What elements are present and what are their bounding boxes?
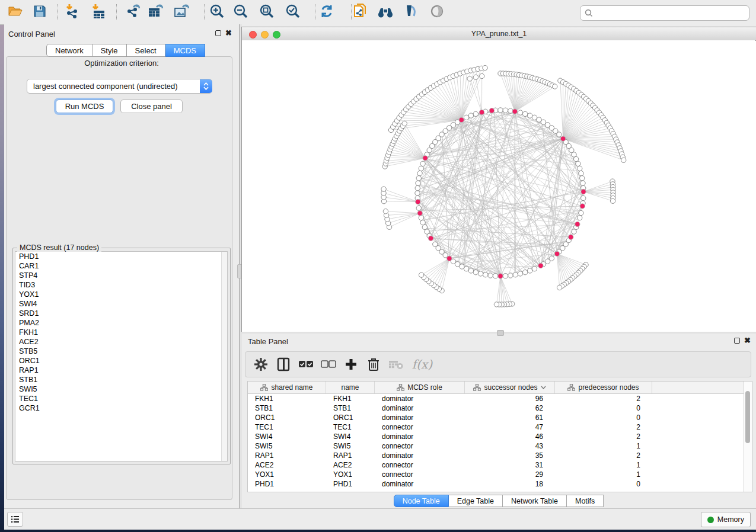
graph-node[interactable] xyxy=(419,215,423,220)
graph-node[interactable] xyxy=(576,161,580,166)
split-pane-icon[interactable] xyxy=(274,354,293,374)
mcds-result-item[interactable]: RAP1 xyxy=(15,366,227,375)
task-history-button[interactable] xyxy=(7,512,23,527)
mcds-graph-node[interactable] xyxy=(417,211,422,216)
mcds-graph-node[interactable] xyxy=(447,256,452,261)
graph-leaf-node[interactable] xyxy=(467,76,472,81)
settings-gear-icon[interactable] xyxy=(251,354,270,374)
mcds-result-item[interactable]: SRD1 xyxy=(15,309,227,318)
mcds-result-item[interactable]: SWI4 xyxy=(15,299,227,309)
network-graph[interactable] xyxy=(242,40,755,331)
graph-node[interactable] xyxy=(473,111,478,116)
graph-node[interactable] xyxy=(532,266,537,271)
mcds-graph-node[interactable] xyxy=(428,236,433,241)
mcds-graph-node[interactable] xyxy=(479,110,484,114)
zoom-in-button[interactable] xyxy=(206,2,228,22)
zoom-fit-button[interactable] xyxy=(256,2,277,22)
mcds-graph-node[interactable] xyxy=(423,156,428,161)
graph-node[interactable] xyxy=(417,171,422,175)
close-panel-icon[interactable]: ✖ xyxy=(225,30,232,36)
eye-button[interactable] xyxy=(426,2,448,22)
column-header-name[interactable]: name xyxy=(326,382,375,393)
table-row[interactable]: FKH1FKH1dominator962 xyxy=(248,394,744,403)
table-row[interactable]: SWI5SWI5connector431 xyxy=(248,441,744,451)
mcds-graph-node[interactable] xyxy=(569,235,573,239)
graph-node[interactable] xyxy=(420,220,425,225)
graph-node[interactable] xyxy=(468,268,473,273)
graph-node[interactable] xyxy=(518,271,522,276)
graph-node[interactable] xyxy=(573,156,578,161)
paintbrush-button[interactable] xyxy=(400,2,422,22)
mcds-graph-node[interactable] xyxy=(489,108,494,113)
graph-node[interactable] xyxy=(416,206,421,210)
control-panel-tab[interactable]: MCDS xyxy=(165,44,205,57)
mcds-graph-node[interactable] xyxy=(512,109,517,114)
graph-node[interactable] xyxy=(425,229,429,234)
graph-node[interactable] xyxy=(498,108,503,113)
graph-node[interactable] xyxy=(420,161,425,166)
refresh-button[interactable] xyxy=(316,2,337,22)
column-header-predecessor-nodes[interactable]: predecessor nodes xyxy=(555,382,652,393)
graph-leaf-node[interactable] xyxy=(419,273,423,277)
table-panel-tab[interactable]: Network Table xyxy=(503,495,567,507)
export-image-button[interactable] xyxy=(171,2,192,22)
graph-node[interactable] xyxy=(488,273,493,278)
mcds-result-item[interactable]: SWI5 xyxy=(15,384,227,394)
function-builder-icon[interactable]: f(x) xyxy=(409,354,435,374)
mcds-result-item[interactable]: ACE2 xyxy=(15,337,227,347)
graph-node[interactable] xyxy=(415,185,420,190)
delete-table-icon[interactable] xyxy=(387,354,406,374)
mcds-graph-node[interactable] xyxy=(416,199,420,204)
import-network-button[interactable] xyxy=(62,2,83,22)
graph-leaf-node[interactable] xyxy=(494,302,499,307)
graph-node[interactable] xyxy=(478,271,483,276)
graph-node[interactable] xyxy=(572,229,576,234)
graph-node[interactable] xyxy=(483,273,488,277)
control-panel-tab[interactable]: Select xyxy=(127,44,165,57)
graph-node[interactable] xyxy=(577,215,582,220)
mcds-result-item[interactable]: GCR1 xyxy=(15,403,227,413)
mcds-result-item[interactable]: TID3 xyxy=(15,280,227,290)
graph-node[interactable] xyxy=(473,270,478,274)
graph-leaf-node[interactable] xyxy=(557,285,562,290)
graph-node[interactable] xyxy=(579,171,583,175)
mcds-result-item[interactable]: TEC1 xyxy=(15,394,227,403)
graph-leaf-node[interactable] xyxy=(381,187,386,191)
table-row[interactable]: STB1STB1dominator620 xyxy=(248,403,744,413)
scrollbar-thumb[interactable] xyxy=(745,391,750,443)
graph-leaf-node[interactable] xyxy=(402,121,407,126)
mcds-result-item[interactable]: FKH1 xyxy=(15,328,227,337)
graph-node[interactable] xyxy=(577,166,582,171)
graph-node[interactable] xyxy=(580,181,585,185)
table-panel-tab[interactable]: Motifs xyxy=(567,495,604,507)
criterion-dropdown[interactable]: largest connected component (undirected) xyxy=(27,79,212,94)
mcds-graph-node[interactable] xyxy=(580,204,585,209)
table-scrollbar[interactable] xyxy=(744,382,752,492)
binoculars-button[interactable] xyxy=(375,2,396,22)
graph-leaf-node[interactable] xyxy=(610,198,615,203)
table-row[interactable]: ACE2ACE2connector311 xyxy=(248,460,744,470)
graph-node[interactable] xyxy=(557,132,562,137)
deselect-all-columns-icon[interactable] xyxy=(319,354,338,374)
table-panel-tab[interactable]: Node Table xyxy=(394,495,449,507)
mcds-graph-node[interactable] xyxy=(459,117,464,122)
float-panel-icon[interactable] xyxy=(215,30,221,36)
mcds-result-item[interactable]: PHD1 xyxy=(15,252,227,261)
graph-node[interactable] xyxy=(579,210,583,215)
result-scrollbar[interactable] xyxy=(221,252,227,461)
mcds-result-item[interactable]: STP4 xyxy=(15,271,227,280)
export-table-button[interactable] xyxy=(145,2,166,22)
graph-leaf-node[interactable] xyxy=(480,73,484,78)
graph-node[interactable] xyxy=(522,270,527,274)
graph-node[interactable] xyxy=(419,166,423,171)
mcds-graph-node[interactable] xyxy=(560,136,565,141)
float-panel-icon[interactable] xyxy=(734,338,740,344)
column-header-shared-name[interactable]: shared name xyxy=(248,382,326,393)
graph-leaf-node[interactable] xyxy=(383,209,388,213)
graph-node[interactable] xyxy=(527,113,532,118)
graph-node[interactable] xyxy=(493,274,497,278)
graph-node[interactable] xyxy=(416,181,420,185)
mcds-result-item[interactable]: STB1 xyxy=(15,375,227,384)
table-row[interactable]: PHD1PHD1dominator180 xyxy=(248,479,744,489)
memory-button[interactable]: Memory xyxy=(701,512,751,527)
